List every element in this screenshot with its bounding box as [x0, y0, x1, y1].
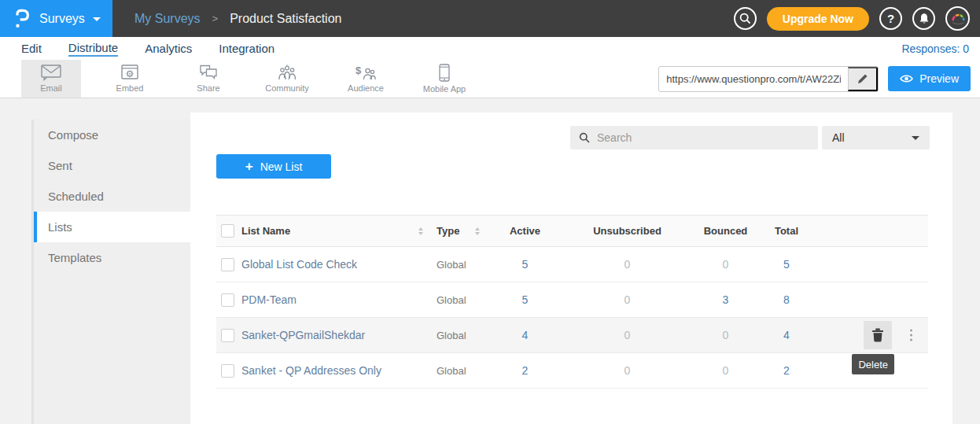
unsubscribed-count[interactable]: 0: [554, 364, 700, 377]
list-type: Global: [425, 294, 496, 306]
trash-icon: [871, 328, 884, 342]
email-icon: [41, 65, 61, 81]
row-checkbox[interactable]: [221, 293, 234, 307]
tab-analytics[interactable]: Analytics: [145, 42, 192, 56]
survey-nav: Edit Distribute Analytics Integration Re…: [0, 37, 980, 60]
breadcrumb: My Surveys > Product Satisfaction: [134, 12, 341, 26]
channel-email[interactable]: Email: [21, 60, 81, 98]
channel-toolbar: Email Embed Share Community $ Audience: [0, 60, 980, 98]
preview-button[interactable]: Preview: [888, 66, 971, 91]
mobile-app-icon: [439, 64, 450, 82]
search-icon: [739, 13, 751, 24]
sidebar-item-sent[interactable]: Sent: [34, 150, 190, 181]
breadcrumb-my-surveys[interactable]: My Surveys: [134, 12, 201, 26]
channel-audience[interactable]: $ Audience: [336, 60, 396, 98]
active-count[interactable]: 2: [496, 364, 554, 377]
product-switcher[interactable]: Surveys: [0, 0, 112, 37]
active-count[interactable]: 5: [496, 293, 554, 306]
sidebar-item-templates[interactable]: Templates: [34, 242, 190, 273]
help-icon: ?: [887, 12, 894, 25]
column-header-unsubscribed: Unsubscribed: [554, 225, 700, 237]
table-row: Sanket - QP Addresses Only Global 2 0 0 …: [216, 353, 928, 389]
list-name-link[interactable]: Sanket-QPGmailShekdar: [241, 329, 425, 341]
list-name-link[interactable]: Global List Code Check: [241, 258, 425, 271]
breadcrumb-current-survey: Product Satisfaction: [230, 12, 341, 26]
survey-url-box: [658, 66, 879, 92]
chevron-down-icon: [93, 17, 101, 21]
new-list-button[interactable]: + New List: [216, 154, 331, 179]
bounced-count[interactable]: 3: [700, 293, 751, 306]
product-label: Surveys: [39, 12, 85, 26]
account-menu-button[interactable]: [945, 6, 970, 31]
tab-integration[interactable]: Integration: [219, 42, 274, 56]
column-header-active: Active: [496, 225, 554, 237]
list-name-link[interactable]: PDM-Team: [241, 293, 425, 306]
bell-icon: [919, 13, 930, 25]
responses-count[interactable]: Responses: 0: [901, 42, 969, 55]
list-type: Global: [425, 259, 496, 271]
channel-label: Community: [265, 83, 309, 93]
toolbar-right: Preview: [658, 60, 980, 98]
list-filter-dropdown[interactable]: All: [822, 126, 930, 149]
sidebar-item-lists[interactable]: Lists: [34, 212, 190, 242]
channel-label: Mobile App: [423, 84, 466, 94]
row-checkbox[interactable]: [221, 258, 234, 271]
community-icon: [277, 65, 297, 81]
column-header-type[interactable]: Type: [437, 225, 459, 237]
search-button[interactable]: [734, 7, 757, 30]
new-list-label: New List: [260, 160, 303, 173]
notifications-button[interactable]: [912, 7, 935, 30]
search-input[interactable]: [597, 131, 809, 144]
breadcrumb-separator: >: [212, 13, 219, 24]
list-name-link[interactable]: Sanket - QP Addresses Only: [241, 364, 425, 377]
kebab-menu-icon[interactable]: [907, 326, 916, 345]
bounced-count[interactable]: 0: [700, 258, 751, 271]
active-count[interactable]: 4: [496, 329, 554, 341]
row-checkbox[interactable]: [221, 364, 234, 378]
total-count[interactable]: 8: [751, 293, 822, 306]
channel-label: Embed: [116, 83, 144, 93]
bounced-count[interactable]: 0: [700, 364, 751, 377]
column-header-bounced: Bounced: [700, 225, 751, 237]
top-actions: Upgrade Now ?: [734, 6, 980, 31]
column-header-list-name[interactable]: List Name: [241, 225, 290, 237]
sidebar-item-scheduled[interactable]: Scheduled: [34, 181, 190, 212]
upgrade-now-button[interactable]: Upgrade Now: [767, 7, 869, 31]
unsubscribed-count[interactable]: 0: [554, 258, 700, 271]
share-icon: [199, 65, 218, 81]
email-lists-table: List Name Type Active Unsubscribed Bounc…: [216, 215, 928, 389]
channel-share[interactable]: Share: [179, 60, 238, 98]
channel-mobile-app[interactable]: Mobile App: [414, 60, 474, 98]
active-count[interactable]: 5: [496, 258, 554, 271]
email-sidebar: Compose Sent Scheduled Lists Templates: [31, 120, 190, 424]
total-count[interactable]: 2: [751, 364, 822, 377]
total-count[interactable]: 4: [751, 329, 822, 341]
tab-edit[interactable]: Edit: [21, 42, 42, 56]
questionpro-logo-icon: [13, 8, 31, 30]
unsubscribed-count[interactable]: 0: [554, 329, 700, 341]
channel-community[interactable]: Community: [257, 60, 317, 98]
total-count[interactable]: 5: [751, 258, 822, 271]
eye-icon: [900, 74, 913, 83]
avatar-gauge-icon: [949, 9, 967, 28]
column-header-total: Total: [751, 225, 822, 237]
tab-distribute[interactable]: Distribute: [68, 41, 118, 57]
select-all-checkbox[interactable]: [221, 224, 234, 238]
search-bar: [570, 126, 818, 149]
channel-label: Share: [197, 83, 219, 93]
row-checkbox[interactable]: [221, 329, 234, 342]
sidebar-item-compose[interactable]: Compose: [34, 120, 190, 150]
sort-icon[interactable]: [475, 227, 480, 235]
list-type: Global: [425, 330, 496, 341]
app-window: Surveys My Surveys > Product Satisfactio…: [0, 0, 980, 424]
survey-url-input[interactable]: [659, 67, 848, 91]
bounced-count[interactable]: 0: [700, 329, 751, 341]
edit-url-button[interactable]: [848, 67, 878, 91]
embed-icon: [121, 65, 139, 81]
channel-embed[interactable]: Embed: [100, 60, 160, 98]
help-button[interactable]: ?: [879, 7, 902, 30]
unsubscribed-count[interactable]: 0: [554, 293, 700, 306]
table-row-hovered: Sanket-QPGmailShekdar Global 4 0 0 4 Del…: [216, 318, 928, 353]
delete-list-button[interactable]: [864, 321, 892, 349]
sort-icon[interactable]: [418, 227, 423, 235]
